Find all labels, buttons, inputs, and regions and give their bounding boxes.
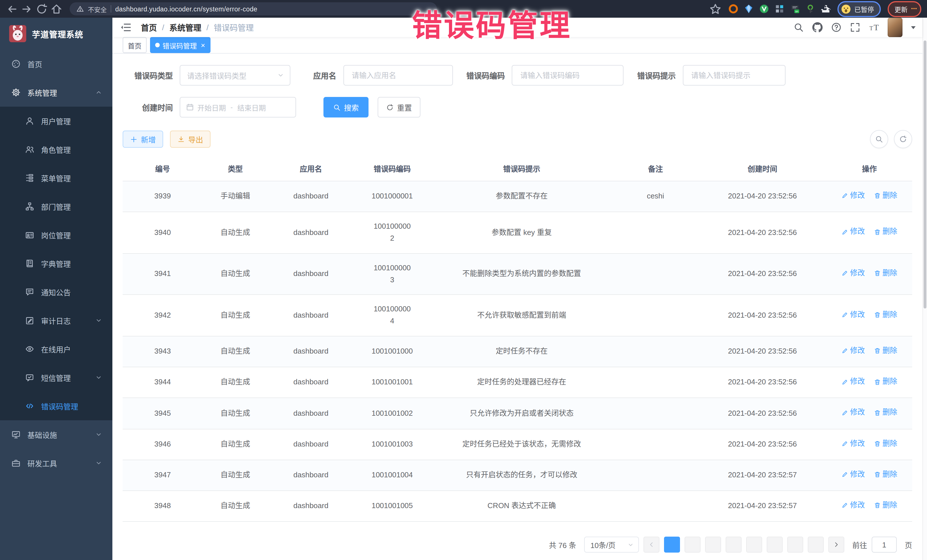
page-button[interactable] xyxy=(664,537,680,552)
start-date-placeholder[interactable]: 开始日期 xyxy=(198,102,226,112)
refresh-icon xyxy=(899,135,907,143)
edit-link[interactable]: 修改 xyxy=(842,469,865,480)
date-range-picker[interactable]: 开始日期 - 结束日期 xyxy=(180,97,296,117)
edit-link[interactable]: 修改 xyxy=(842,376,865,388)
delete-link[interactable]: 删除 xyxy=(874,190,897,202)
browser-scrollbar[interactable] xyxy=(922,18,927,560)
scrollbar-thumb[interactable] xyxy=(924,41,926,308)
edit-link[interactable]: 修改 xyxy=(842,226,865,238)
add-button[interactable]: 新增 xyxy=(123,131,163,148)
app-name-input[interactable] xyxy=(351,70,445,80)
edit-link[interactable]: 修改 xyxy=(842,438,865,450)
next-page-button[interactable] xyxy=(828,537,844,552)
reset-button[interactable]: 重置 xyxy=(378,97,421,117)
sidebar-item[interactable]: 系统管理 xyxy=(0,78,112,107)
font-size-icon[interactable]: TT xyxy=(869,22,879,32)
profile-sync-paused-pill[interactable]: 已暂停 xyxy=(837,1,881,17)
page-button[interactable] xyxy=(705,537,721,552)
sidebar-item[interactable]: 基础设施 xyxy=(0,420,112,449)
delete-link[interactable]: 删除 xyxy=(874,345,897,357)
edit-link[interactable]: 修改 xyxy=(842,190,865,202)
sidebar-item[interactable]: 短信管理 xyxy=(0,363,112,392)
extension-green-icon[interactable] xyxy=(759,4,769,14)
export-button[interactable]: 导出 xyxy=(170,131,211,148)
extension-grid-icon[interactable] xyxy=(774,4,784,14)
page-button[interactable] xyxy=(746,537,762,552)
refresh-table-button[interactable] xyxy=(894,130,912,148)
user-avatar[interactable] xyxy=(887,18,903,37)
help-icon[interactable] xyxy=(831,22,842,32)
app-logo[interactable]: 芋道管理系统 xyxy=(0,18,112,50)
extension-puzzle-icon[interactable] xyxy=(821,4,830,14)
sidebar-collapse-icon[interactable] xyxy=(120,22,132,33)
fullscreen-icon[interactable] xyxy=(850,22,860,32)
goto-page-input[interactable] xyxy=(872,537,897,552)
breadcrumb-system[interactable]: 系统管理 xyxy=(169,22,201,33)
extension-gem-icon[interactable] xyxy=(744,4,753,14)
page-button[interactable] xyxy=(685,537,701,552)
menu-dots-icon[interactable]: ⋮ xyxy=(911,5,917,12)
table-toolbar: 新增 导出 xyxy=(123,130,912,148)
search-button[interactable]: 搜索 xyxy=(324,97,369,117)
back-icon[interactable] xyxy=(6,3,18,15)
sidebar-item[interactable]: 部门管理 xyxy=(0,192,112,221)
error-type-select[interactable]: 请选择错误码类型 xyxy=(180,65,290,85)
sidebar-item[interactable]: 字典管理 xyxy=(0,249,112,278)
delete-link[interactable]: 删除 xyxy=(874,407,897,419)
sidebar-item[interactable]: 角色管理 xyxy=(0,135,112,164)
sidebar-item[interactable]: 错误码管理 xyxy=(0,392,112,420)
delete-link[interactable]: 删除 xyxy=(874,226,897,238)
edit-link[interactable]: 修改 xyxy=(842,267,865,279)
delete-link[interactable]: 删除 xyxy=(874,499,897,511)
sidebar-item[interactable]: 首页 xyxy=(0,50,112,78)
delete-link[interactable]: 删除 xyxy=(874,309,897,321)
sidebar-item[interactable]: 菜单管理 xyxy=(0,164,112,192)
github-icon[interactable] xyxy=(812,22,823,32)
security-label[interactable]: 不安全 xyxy=(88,4,107,14)
edit-link[interactable]: 修改 xyxy=(842,345,865,357)
page-size-select[interactable]: 10条/页 xyxy=(584,537,639,552)
cell-code: 1001001005 xyxy=(354,492,431,521)
end-date-placeholder[interactable]: 结束日期 xyxy=(237,102,266,112)
url-bar[interactable]: 不安全 dashboard.yudao.iocoder.cn/system/er… xyxy=(70,2,437,15)
extension-switch-icon[interactable]: on xyxy=(790,4,799,14)
breadcrumb-home[interactable]: 首页 xyxy=(141,22,157,33)
page-button[interactable] xyxy=(726,537,742,552)
avatar-caret-down-icon[interactable] xyxy=(911,26,916,29)
reload-icon[interactable] xyxy=(35,3,48,15)
delete-link[interactable]: 删除 xyxy=(874,376,897,388)
page-button[interactable] xyxy=(787,537,803,552)
delete-link[interactable]: 删除 xyxy=(874,438,897,450)
toggle-search-button[interactable] xyxy=(870,130,888,148)
cell-type: 自动生成 xyxy=(202,430,268,459)
prev-page-button[interactable] xyxy=(643,537,660,552)
page-button[interactable] xyxy=(808,537,824,552)
edit-link[interactable]: 修改 xyxy=(842,499,865,511)
cell-remark xyxy=(613,374,698,391)
forward-icon[interactable] xyxy=(21,3,33,15)
tab[interactable]: 错误码管理 × xyxy=(150,37,210,53)
sidebar-item[interactable]: 通知公告 xyxy=(0,278,112,306)
sidebar-item[interactable]: 研发工具 xyxy=(0,449,112,477)
delete-link[interactable]: 删除 xyxy=(874,469,897,480)
sidebar-item[interactable]: 在线用户 xyxy=(0,335,112,363)
sidebar-item[interactable]: 审计日志 xyxy=(0,306,112,335)
error-msg-input[interactable] xyxy=(690,70,778,80)
delete-link[interactable]: 删除 xyxy=(874,267,897,279)
chevron-icon xyxy=(95,317,102,324)
search-icon[interactable] xyxy=(793,22,804,32)
edit-pencil-icon xyxy=(842,471,848,478)
edit-link[interactable]: 修改 xyxy=(842,309,865,321)
extension-orange-icon[interactable] xyxy=(728,4,738,14)
home-icon[interactable] xyxy=(50,3,63,15)
tab[interactable]: 首页 xyxy=(123,37,147,53)
bookmark-star-icon[interactable] xyxy=(709,3,721,15)
browser-update-chip[interactable]: 更新 ⋮ xyxy=(887,1,921,17)
page-button[interactable] xyxy=(767,537,783,552)
error-code-input[interactable] xyxy=(519,70,616,80)
extension-key-icon[interactable] xyxy=(805,4,815,14)
sidebar-item[interactable]: 岗位管理 xyxy=(0,221,112,249)
close-icon[interactable]: × xyxy=(201,41,205,49)
edit-link[interactable]: 修改 xyxy=(842,407,865,419)
sidebar-item[interactable]: 用户管理 xyxy=(0,107,112,135)
